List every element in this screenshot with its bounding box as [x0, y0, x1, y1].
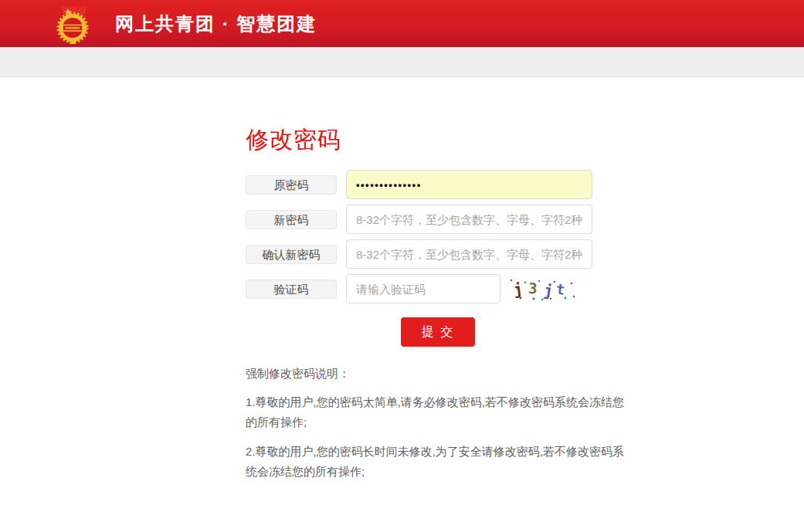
notes-item-1: 1.尊敬的用户,您的密码太简单,请务必修改密码,若不修改密码系统会冻结您的所有操…	[246, 392, 629, 432]
old-password-label: 原密码	[246, 175, 337, 195]
password-notes: 强制修改密码说明： 1.尊敬的用户,您的密码太简单,请务必修改密码,若不修改密码…	[246, 367, 629, 482]
form-row-confirm-password: 确认新密码	[246, 239, 804, 269]
new-password-input[interactable]	[346, 205, 592, 234]
site-title: 网上共青团 · 智慧团建	[115, 12, 317, 36]
form-row-new-password: 新密码	[246, 205, 804, 234]
old-password-input[interactable]	[346, 170, 592, 199]
communist-youth-league-emblem-icon	[52, 4, 93, 44]
captcha-label: 验证码	[246, 280, 337, 299]
new-password-label: 新密码	[246, 210, 337, 229]
captcha-char: 3	[528, 280, 538, 297]
page-title: 修改密码	[246, 124, 804, 156]
app-header: 网上共青团 · 智慧团建	[0, 0, 804, 47]
change-password-form: 原密码 新密码 确认新密码 验证码 j 3 j t	[246, 170, 804, 347]
main-content: 修改密码 原密码 新密码 确认新密码 验证码 j 3	[0, 124, 804, 482]
notes-item-2: 2.尊敬的用户,您的密码长时间未修改,为了安全请修改密码,若不修改密码系统会冻结…	[246, 442, 629, 482]
form-row-old-password: 原密码	[246, 170, 804, 199]
sub-header-bar	[0, 47, 804, 77]
submit-button[interactable]: 提 交	[401, 317, 475, 347]
form-row-captcha: 验证码 j 3 j t	[246, 274, 804, 303]
captcha-input[interactable]	[346, 274, 500, 303]
confirm-password-input[interactable]	[346, 239, 592, 269]
notes-heading: 强制修改密码说明：	[246, 367, 629, 381]
page: 网上共青团 · 智慧团建 修改密码 原密码 新密码 确认新密码 验证码	[0, 0, 804, 532]
captcha-image[interactable]: j 3 j t	[508, 276, 576, 302]
confirm-password-label: 确认新密码	[246, 245, 337, 264]
